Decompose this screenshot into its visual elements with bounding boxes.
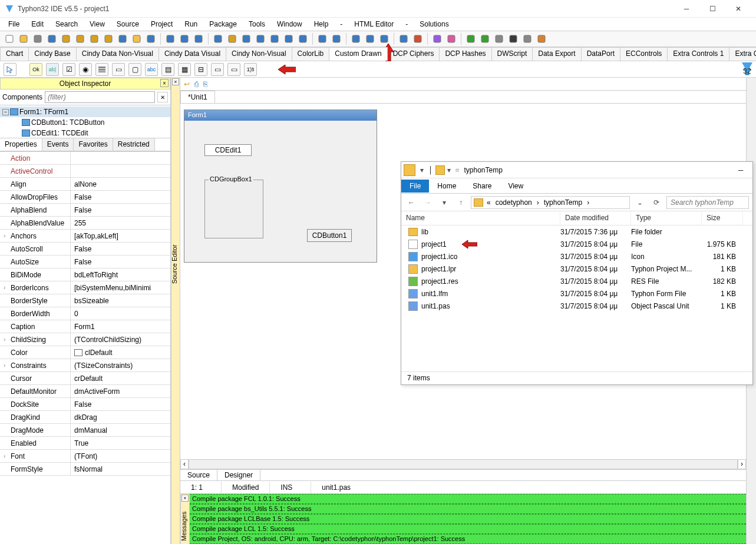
property-row[interactable]: ColorclDefault xyxy=(0,346,170,359)
file-row[interactable]: project131/7/2015 8:04 μμFile1.975 KB xyxy=(401,238,752,250)
toolbar-icon[interactable] xyxy=(212,33,224,45)
component-icon[interactable]: ▦ xyxy=(178,63,191,76)
inspector-tab[interactable]: Favorites xyxy=(74,138,113,151)
toolbar-icon[interactable] xyxy=(507,33,519,45)
design-form[interactable]: Form1 CDEdit1 CDGroupBox1 CDButton1 xyxy=(184,110,377,263)
ribbon-tab-view[interactable]: View xyxy=(500,180,531,193)
expander-icon[interactable]: − xyxy=(2,109,9,115)
col-type[interactable]: Type xyxy=(631,211,702,225)
toolbar-icon[interactable] xyxy=(32,33,44,45)
scroll-left-icon[interactable]: ‹ xyxy=(180,459,189,469)
menu-source[interactable]: Source xyxy=(111,19,145,29)
toolbar-icon[interactable] xyxy=(88,33,100,45)
expander-icon[interactable]: › xyxy=(4,362,8,369)
sd-tab[interactable]: Designer xyxy=(217,470,260,480)
toolbar-icon[interactable] xyxy=(60,33,72,45)
component-tab[interactable]: Cindy Data Visual xyxy=(159,47,226,61)
messages-list[interactable]: Compile package FCL 1.0.1: SuccessCompil… xyxy=(190,494,746,544)
close-messages-icon[interactable]: × xyxy=(181,495,189,502)
maximize-button[interactable]: ☐ xyxy=(699,1,725,17)
menu-run[interactable]: Run xyxy=(179,19,203,29)
component-icon[interactable]: 1¦8 xyxy=(244,63,257,76)
design-cdedit[interactable]: CDEdit1 xyxy=(204,144,252,156)
message-line[interactable]: Compile package LCL 1.5: Success xyxy=(190,524,746,534)
property-value[interactable]: True xyxy=(74,439,88,447)
property-value[interactable]: bsSizeable xyxy=(74,297,109,305)
filter-input[interactable] xyxy=(45,91,155,103)
editor-tab-unit1[interactable]: *Unit1 xyxy=(180,91,215,103)
component-tab[interactable]: Chart xyxy=(0,47,29,61)
menu-package[interactable]: Package xyxy=(203,19,243,29)
explorer-dropdown-icon[interactable]: ▾ xyxy=(418,166,426,174)
component-icon[interactable] xyxy=(95,63,108,76)
breadcrumb-segment[interactable]: « xyxy=(486,198,492,207)
menu-help[interactable]: Help xyxy=(308,19,335,29)
property-row[interactable]: AlphaBlendFalse xyxy=(0,204,170,217)
messages-gutter[interactable]: × Messages xyxy=(180,494,190,544)
toolbar-icon[interactable] xyxy=(412,33,424,45)
tree-node[interactable]: −Form1: TForm1 xyxy=(0,107,170,117)
sd-tab[interactable]: Source xyxy=(180,470,217,480)
property-row[interactable]: FormStylefsNormal xyxy=(0,463,170,476)
component-icon[interactable]: ▤ xyxy=(161,63,174,76)
component-tab[interactable]: Cindy Base xyxy=(28,47,76,61)
component-tab[interactable]: DCP Ciphers xyxy=(387,47,440,61)
toolbar-icon[interactable] xyxy=(465,33,477,45)
expander-icon[interactable]: › xyxy=(4,233,8,239)
property-value[interactable]: (TSizeConstraints) xyxy=(74,361,133,370)
expander-icon[interactable]: › xyxy=(4,284,8,291)
toolbar-icon[interactable] xyxy=(364,33,376,45)
property-row[interactable]: ›Constraints(TSizeConstraints) xyxy=(0,359,170,372)
tree-node[interactable]: CDEdit1: TCDEdit xyxy=(0,128,170,138)
component-icon[interactable]: ▭ xyxy=(112,63,125,76)
component-tab[interactable]: Cindy Data Non-Visual xyxy=(76,47,159,61)
property-value[interactable]: fsNormal xyxy=(74,465,103,473)
file-row[interactable]: unit1.lfm31/7/2015 8:04 μμTyphon Form Fi… xyxy=(401,287,752,300)
property-value[interactable]: [biSystemMenu,biMinimi xyxy=(74,284,151,292)
nav-back-icon[interactable]: ↩ xyxy=(184,80,190,88)
toolbar-icon[interactable] xyxy=(226,33,238,45)
component-icon[interactable]: ⊟ xyxy=(194,63,207,76)
close-button[interactable]: ✕ xyxy=(725,1,751,17)
explorer-dropdown-icon[interactable]: ▾ xyxy=(445,166,453,174)
component-icon[interactable]: ▭ xyxy=(211,63,224,76)
property-row[interactable]: BorderStylebsSizeable xyxy=(0,294,170,307)
toolbar-icon[interactable] xyxy=(316,33,328,45)
property-row[interactable]: AllowDropFilesFalse xyxy=(0,191,170,204)
toolbar-icon[interactable] xyxy=(179,33,190,45)
file-row[interactable]: project1.lpr31/7/2015 8:04 μμTyphon Proj… xyxy=(401,263,752,275)
toolbar-icon[interactable] xyxy=(350,33,362,45)
component-tab[interactable]: ECControls xyxy=(620,47,668,61)
property-row[interactable]: ›BorderIcons[biSystemMenu,biMinimi xyxy=(0,281,170,294)
menu-solutions[interactable]: Solutions xyxy=(414,19,454,29)
breadcrumb-segment[interactable]: codetyphon xyxy=(494,198,533,207)
component-icon[interactable]: ab| xyxy=(46,63,59,76)
ribbon-tab-home[interactable]: Home xyxy=(429,180,464,193)
design-form-title[interactable]: Form1 xyxy=(184,110,377,121)
property-row[interactable]: BorderWidth0 xyxy=(0,307,170,320)
property-value[interactable]: dkDrag xyxy=(74,413,97,422)
breadcrumb-dropdown-icon[interactable]: ⌄ xyxy=(633,196,646,209)
col-date[interactable]: Date modified xyxy=(560,211,631,225)
file-explorer-window[interactable]: ▾ │ ▾ = typhonTemp ─ File Home Share Vie… xyxy=(401,161,753,385)
expander-icon[interactable]: › xyxy=(4,336,8,343)
component-icon[interactable]: Ok xyxy=(29,63,42,76)
explorer-search-input[interactable] xyxy=(666,196,749,209)
property-row[interactable]: AutoSizeFalse xyxy=(0,256,170,268)
toolbar-icon[interactable] xyxy=(445,33,457,45)
explorer-titlebar[interactable]: ▾ │ ▾ = typhonTemp ─ xyxy=(401,162,752,178)
property-row[interactable]: AlphaBlendValue255 xyxy=(0,217,170,230)
component-tab[interactable]: Extra Controls 2 xyxy=(729,47,756,61)
property-value[interactable]: False xyxy=(74,258,91,266)
toolbar-icon[interactable] xyxy=(269,33,280,45)
property-row[interactable]: CaptionForm1 xyxy=(0,320,170,333)
file-row[interactable]: unit1.pas31/7/2015 8:04 μμObject Pascal … xyxy=(401,300,752,312)
refresh-icon[interactable]: ⟳ xyxy=(650,196,663,209)
property-value[interactable]: 0 xyxy=(74,310,78,318)
toolbar-icon[interactable] xyxy=(4,33,15,45)
col-size[interactable]: Size xyxy=(702,211,743,225)
component-tab[interactable]: Data Export xyxy=(532,47,581,61)
toolbar-icon[interactable] xyxy=(378,33,390,45)
toolbar-icon[interactable] xyxy=(431,33,443,45)
message-line[interactable]: Compile package FCL 1.0.1: Success xyxy=(190,494,746,504)
